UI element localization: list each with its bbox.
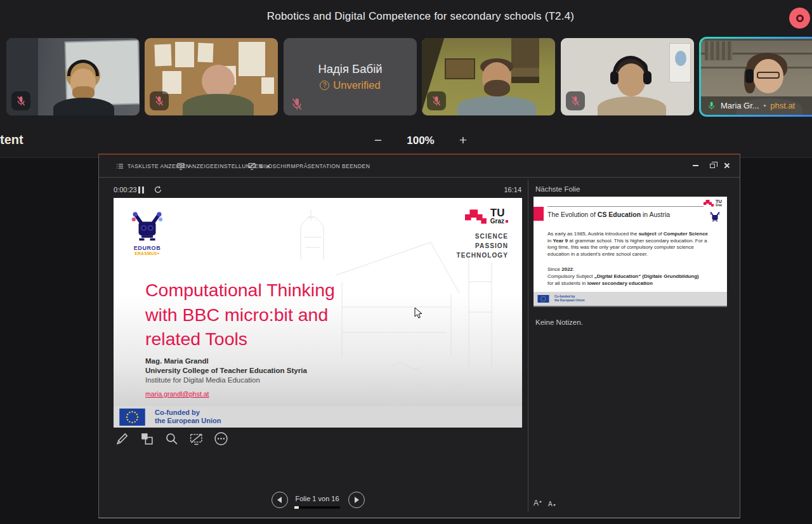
next-slide-button[interactable] (348, 492, 365, 508)
eu-flag-icon (537, 295, 549, 303)
mic-muted-badge (150, 91, 169, 110)
unverified-label: Unverified (333, 79, 380, 91)
black-screen-button[interactable] (189, 431, 204, 446)
question-circle-icon: ? (320, 81, 329, 90)
next-slide-paragraph: Since 2022: (547, 266, 574, 272)
arrow-right-icon (355, 497, 362, 503)
eu-text-line: the European Union (155, 417, 221, 425)
participant-tile-6[interactable]: Maria Gr... • phst.at (701, 39, 812, 115)
paper-art (197, 43, 213, 63)
close-icon (724, 162, 730, 169)
graz-label: Graz (490, 218, 504, 225)
slide-counter: Folie 1 von 16 (293, 495, 341, 502)
participant-tile-2[interactable] (145, 38, 278, 115)
eu-funding-text: Co-funded by the European Union (554, 295, 585, 303)
arrow-left-icon (274, 497, 282, 503)
previous-slide-button[interactable] (272, 492, 288, 508)
paper-art (175, 42, 194, 67)
window-restore-button[interactable] (706, 161, 719, 170)
eu-text-line: the European Union (554, 299, 585, 303)
glasses-art (757, 72, 780, 79)
minimize-icon (693, 165, 698, 166)
zoom-in-button[interactable]: + (454, 131, 473, 150)
tagline-line: PASSION (456, 241, 508, 251)
title-line: with BBC micro:bit and (145, 303, 335, 327)
meeting-app: Robotics and Digital Competence for seco… (0, 0, 812, 524)
tasklist-icon (116, 162, 124, 170)
person-art (457, 96, 536, 115)
record-indicator-button[interactable] (789, 8, 810, 29)
active-speaker-border: Maria Gr... • phst.at (699, 37, 812, 117)
pen-tool-button[interactable] (115, 431, 129, 446)
slide-title: Computational Thinking with BBC micro:bi… (145, 278, 335, 351)
next-slide-paragraph: for all students in lower secondary educ… (547, 280, 653, 286)
headphones-art (643, 71, 652, 84)
next-slide-label: Nächste Folie (535, 185, 580, 193)
pause-timer-button[interactable] (138, 187, 146, 193)
headphones-art (745, 69, 754, 83)
unverified-status: ? Unverified (320, 79, 380, 91)
tu-graz-mark-icon (704, 199, 714, 207)
mic-off-icon (15, 95, 27, 107)
eu-funding-strip: Co-funded by the European Union (114, 406, 522, 428)
clipped-heading: tent (0, 133, 27, 147)
participant-tile-1[interactable] (6, 38, 140, 115)
zoom-out-button[interactable]: − (369, 131, 388, 150)
record-icon (796, 15, 804, 22)
eu-flag-icon (119, 409, 146, 426)
eu-funding-strip: Co-funded by the European Union (534, 292, 727, 306)
erasmus-label: ERASMUS+ (125, 251, 169, 256)
progress-fill (294, 506, 299, 509)
slideshow-timer: 0:00:23 (114, 186, 137, 193)
zoom-tool-button[interactable] (164, 431, 179, 446)
edurob-logo: EDUROB ERASMUS+ (125, 207, 169, 256)
person-art (72, 86, 95, 99)
mouse-cursor (414, 307, 422, 319)
meeting-title: Robotics and Digital Competence for seco… (0, 10, 812, 23)
title-rule (547, 206, 704, 207)
clock-time: 16:14 (467, 186, 521, 193)
slide-sorter-button[interactable] (140, 431, 154, 446)
participant-tile-4[interactable] (422, 38, 555, 115)
notes-text: Keine Notizen. (535, 318, 583, 326)
more-options-button[interactable] (214, 431, 228, 446)
zoom-level: 100% (398, 134, 443, 147)
mic-muted-badge (427, 91, 446, 110)
shelf-art (511, 38, 539, 83)
mic-off-icon (431, 95, 442, 107)
red-square-icon (506, 220, 508, 223)
window-close-button[interactable] (721, 161, 733, 170)
person-art (202, 65, 235, 98)
tagline-line: TECHNOLOGY (456, 251, 508, 260)
email-link[interactable]: maria.grandl@phst.at (145, 390, 209, 398)
next-slide-paragraph: Compulsory Subject „Digital Education“ (… (547, 273, 699, 279)
person-art (598, 96, 666, 115)
participant-tile-5[interactable] (561, 38, 694, 115)
author-institute: Institute for Digital Media Education (145, 376, 307, 385)
person-art (183, 94, 254, 115)
edurob-robot-icon (130, 207, 164, 242)
paper-art (162, 71, 181, 94)
participant-name: Надія Бабій (318, 62, 382, 76)
pause-icon (142, 187, 144, 193)
map-poster-art (675, 51, 686, 66)
participant-tile-3[interactable]: Надія Бабій ? Unverified (284, 38, 417, 115)
decrease-font-button[interactable]: A (548, 501, 556, 508)
books-art (705, 41, 733, 60)
headphones-art (610, 71, 619, 84)
mic-off-icon (570, 95, 581, 107)
end-slideshow-button[interactable]: BILDSCHIRMPRÄSENTATION BEENDEN (248, 155, 370, 178)
participant-name: Maria Gr... (721, 101, 759, 110)
mic-muted-badge (566, 91, 585, 110)
participant-domain: phst.at (770, 101, 795, 110)
tagline-line: SCIENCE (456, 232, 508, 241)
restart-timer-button[interactable] (154, 185, 162, 194)
tu-graz-logo-small: TU Graz (704, 199, 722, 207)
next-slide-paragraph: As early as 1985, Austria introduced the… (547, 231, 710, 258)
window-minimize-button[interactable] (689, 161, 702, 170)
current-slide: EDUROB ERASMUS+ TU Graz SCIENCE PASSION … (114, 198, 522, 428)
increase-font-button[interactable]: A (534, 499, 542, 508)
author-name: Mag. Maria Grandl (145, 357, 307, 366)
tu-tagline: SCIENCE PASSION TECHNOLOGY (456, 232, 508, 260)
restore-icon (710, 164, 715, 168)
